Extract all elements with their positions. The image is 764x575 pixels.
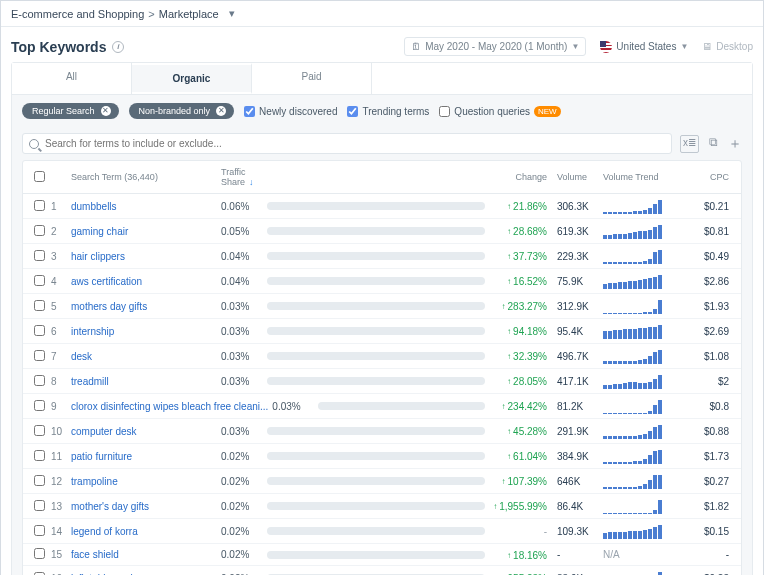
add-icon[interactable]: ＋ (728, 135, 742, 153)
chevron-down-icon[interactable]: ▾ (229, 7, 235, 20)
traffic-share-bar (267, 352, 485, 360)
volume-trend-sparkline (603, 348, 693, 364)
row-checkbox[interactable] (34, 400, 45, 411)
filter-trending-terms[interactable]: Trending terms (347, 106, 429, 117)
search-term-link[interactable]: trampoline (71, 476, 118, 487)
traffic-tabs: All Organic Paid (12, 63, 752, 95)
row-index: 1 (51, 201, 71, 212)
row-checkbox[interactable] (34, 275, 45, 286)
col-search-term[interactable]: Search Term (36,440) (71, 172, 221, 182)
row-checkbox[interactable] (34, 525, 45, 536)
volume-trend-sparkline (603, 248, 693, 264)
row-checkbox[interactable] (34, 350, 45, 361)
row-checkbox[interactable] (34, 475, 45, 486)
row-checkbox[interactable] (34, 200, 45, 211)
filter-label: Question queries (454, 106, 530, 117)
search-input[interactable] (45, 138, 665, 149)
traffic-share-bar (267, 477, 485, 485)
change-value: ↑1,955.99% (493, 501, 547, 512)
checkbox[interactable] (439, 106, 450, 117)
search-term-link[interactable]: dumbbells (71, 201, 117, 212)
search-term-link[interactable]: aws certification (71, 276, 142, 287)
table-row: 16inflatable pool0.02%↑955.23%88.9K$0.23 (23, 566, 741, 575)
breadcrumb[interactable]: E-commerce and Shopping > Marketplace ▾ (1, 1, 763, 27)
row-index: 13 (51, 501, 71, 512)
close-icon[interactable]: ✕ (101, 106, 111, 116)
flag-us-icon (600, 41, 612, 53)
search-term-link[interactable]: mother's day gifts (71, 501, 149, 512)
select-all-checkbox[interactable] (34, 171, 45, 182)
traffic-share-bar (267, 227, 485, 235)
columns-icon[interactable]: ⧉ (709, 135, 718, 153)
col-volume-trend[interactable]: Volume Trend (603, 172, 693, 182)
arrow-up-icon: ↑ (507, 327, 511, 336)
date-range-picker[interactable]: 🗓 May 2020 - May 2020 (1 Month) ▼ (404, 37, 586, 56)
col-cpc[interactable]: CPC (693, 172, 737, 182)
col-volume[interactable]: Volume (553, 172, 603, 182)
filter-newly-discovered[interactable]: Newly discovered (244, 106, 337, 117)
close-icon[interactable]: ✕ (216, 106, 226, 116)
tab-organic[interactable]: Organic (132, 63, 252, 94)
col-traffic-share[interactable]: Traffic Share↓ (221, 167, 267, 187)
export-excel-icon[interactable]: x≣ (680, 135, 699, 153)
tab-all[interactable]: All (12, 63, 132, 94)
search-term-link[interactable]: hair clippers (71, 251, 125, 262)
traffic-share-value: 0.02% (221, 526, 267, 537)
col-change[interactable]: Change (493, 172, 553, 182)
checkbox[interactable] (244, 106, 255, 117)
search-term-link[interactable]: clorox disinfecting wipes bleach free cl… (71, 401, 268, 412)
row-checkbox[interactable] (34, 225, 45, 236)
search-term-link[interactable]: patio furniture (71, 451, 132, 462)
row-checkbox[interactable] (34, 375, 45, 386)
arrow-up-icon: ↑ (507, 277, 511, 286)
search-term-link[interactable]: gaming chair (71, 226, 128, 237)
volume-value: 229.3K (553, 251, 603, 262)
traffic-share-bar (267, 527, 485, 535)
traffic-share-value: 0.02% (221, 549, 267, 560)
filter-pill-label: Non-branded only (139, 106, 211, 116)
page-title-text: Top Keywords (11, 39, 106, 55)
row-checkbox[interactable] (34, 572, 45, 576)
row-checkbox[interactable] (34, 325, 45, 336)
table-row: 2gaming chair0.05%↑28.68%619.3K$0.81 (23, 219, 741, 244)
table-row: 7desk0.03%↑32.39%496.7K$1.08 (23, 344, 741, 369)
search-term-link[interactable]: face shield (71, 549, 119, 560)
row-checkbox[interactable] (34, 250, 45, 261)
volume-trend-sparkline (603, 523, 693, 539)
filter-pill-regular-search[interactable]: Regular Search ✕ (22, 103, 119, 119)
change-value: ↑107.39% (493, 476, 547, 487)
cpc-value: $0.8 (693, 401, 737, 412)
volume-value: 619.3K (553, 226, 603, 237)
filter-question-queries[interactable]: Question queries NEW (439, 106, 560, 117)
row-checkbox[interactable] (34, 450, 45, 461)
search-term-link[interactable]: computer desk (71, 426, 137, 437)
search-term-link[interactable]: treadmill (71, 376, 109, 387)
row-checkbox[interactable] (34, 425, 45, 436)
traffic-share-value: 0.04% (221, 251, 267, 262)
volume-trend-sparkline: N/A (603, 549, 693, 560)
volume-trend-sparkline (603, 273, 693, 289)
search-input-wrapper[interactable] (22, 133, 672, 154)
table-row: 9clorox disinfecting wipes bleach free c… (23, 394, 741, 419)
checkbox[interactable] (347, 106, 358, 117)
row-checkbox[interactable] (34, 548, 45, 559)
info-icon[interactable]: i (112, 41, 124, 53)
breadcrumb-page[interactable]: Marketplace (159, 8, 219, 20)
change-value: ↑37.73% (493, 251, 547, 262)
volume-value: 496.7K (553, 351, 603, 362)
tab-paid[interactable]: Paid (252, 63, 372, 94)
search-term-link[interactable]: desk (71, 351, 92, 362)
country-selector[interactable]: United States ▼ (600, 41, 688, 53)
row-checkbox[interactable] (34, 300, 45, 311)
sort-desc-icon: ↓ (249, 177, 254, 187)
volume-value: 95.4K (553, 326, 603, 337)
search-term-link[interactable]: mothers day gifts (71, 301, 147, 312)
volume-trend-sparkline (603, 298, 693, 314)
search-term-link[interactable]: legend of korra (71, 526, 138, 537)
row-checkbox[interactable] (34, 500, 45, 511)
search-term-link[interactable]: internship (71, 326, 114, 337)
breadcrumb-group[interactable]: E-commerce and Shopping (11, 8, 144, 20)
filter-pill-non-branded[interactable]: Non-branded only ✕ (129, 103, 235, 119)
traffic-share-bar (267, 202, 485, 210)
device-selector[interactable]: 🖥 Desktop (702, 41, 753, 52)
